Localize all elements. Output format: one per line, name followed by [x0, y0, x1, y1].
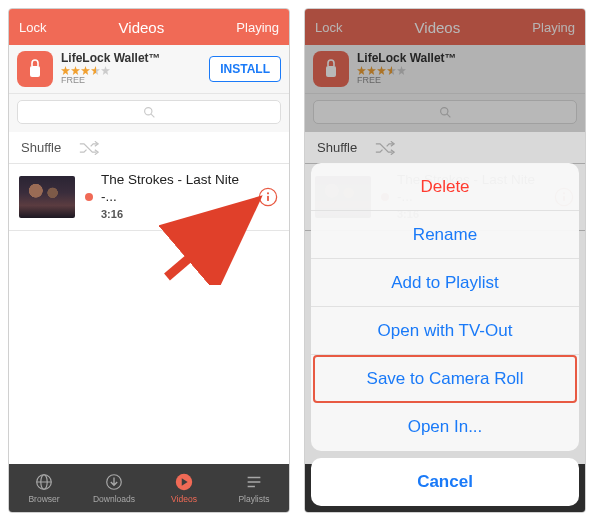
- svg-marker-5: [101, 66, 110, 75]
- info-icon: [258, 187, 278, 207]
- playlist-icon: [244, 472, 264, 492]
- sheet-delete[interactable]: Delete: [311, 163, 579, 211]
- tab-videos[interactable]: Videos: [149, 464, 219, 512]
- search-bar-wrap: [9, 94, 289, 132]
- tab-playlists-label: Playlists: [238, 494, 269, 504]
- shuffle-label: Shuffle: [21, 140, 61, 155]
- shuffle-icon: [79, 141, 99, 155]
- tab-downloads[interactable]: Downloads: [79, 464, 149, 512]
- sheet-open-tv-out[interactable]: Open with TV-Out: [311, 307, 579, 355]
- video-row[interactable]: The Strokes - Last Nite -... 3:16: [9, 164, 289, 231]
- tab-browser[interactable]: Browser: [9, 464, 79, 512]
- sheet-rename[interactable]: Rename: [311, 211, 579, 259]
- tab-videos-label: Videos: [171, 494, 197, 504]
- video-title: The Strokes - Last Nite -...: [101, 172, 257, 206]
- svg-point-6: [144, 107, 151, 114]
- ad-banner[interactable]: LifeLock Wallet™ FREE INSTALL: [9, 45, 289, 94]
- ad-title: LifeLock Wallet™: [61, 52, 209, 65]
- action-sheet-overlay: Delete Rename Add to Playlist Open with …: [305, 9, 585, 512]
- action-sheet: Delete Rename Add to Playlist Open with …: [311, 163, 579, 451]
- nav-playing-button[interactable]: Playing: [236, 20, 279, 35]
- info-button[interactable]: [257, 186, 279, 208]
- install-button[interactable]: INSTALL: [209, 56, 281, 82]
- phone-screenshot-left: Lock Videos Playing LifeLock Wallet™ FRE…: [8, 8, 290, 513]
- search-icon: [143, 106, 156, 119]
- ad-price-label: FREE: [61, 76, 209, 86]
- sheet-save-camera-roll[interactable]: Save to Camera Roll: [313, 355, 577, 403]
- ad-app-icon: [17, 51, 53, 87]
- sheet-open-in[interactable]: Open In...: [311, 403, 579, 451]
- sheet-cancel-button[interactable]: Cancel: [311, 458, 579, 506]
- ad-star-rating: [61, 66, 209, 75]
- navbar: Lock Videos Playing: [9, 9, 289, 45]
- svg-marker-1: [61, 66, 70, 75]
- svg-marker-3: [81, 66, 90, 75]
- phone-screenshot-right: Lock Videos Playing LifeLock Wallet™ FRE…: [304, 8, 586, 513]
- nav-lock-button[interactable]: Lock: [19, 20, 46, 35]
- tab-browser-label: Browser: [28, 494, 59, 504]
- video-thumbnail: [19, 176, 75, 218]
- search-input[interactable]: [17, 100, 281, 124]
- tab-downloads-label: Downloads: [93, 494, 135, 504]
- sheet-add-to-playlist[interactable]: Add to Playlist: [311, 259, 579, 307]
- svg-rect-10: [267, 195, 269, 200]
- shuffle-row[interactable]: Shuffle: [9, 132, 289, 164]
- unplayed-dot-icon: [85, 193, 93, 201]
- download-icon: [104, 472, 124, 492]
- tab-playlists[interactable]: Playlists: [219, 464, 289, 512]
- globe-icon: [34, 472, 54, 492]
- svg-point-9: [267, 192, 269, 194]
- tab-bar: Browser Downloads Videos Playlists: [9, 464, 289, 512]
- svg-marker-2: [71, 66, 80, 75]
- svg-rect-0: [30, 66, 40, 77]
- nav-title: Videos: [119, 19, 165, 36]
- svg-marker-4: [91, 66, 100, 75]
- play-icon: [174, 472, 194, 492]
- svg-line-7: [151, 114, 154, 117]
- video-duration: 3:16: [101, 208, 257, 222]
